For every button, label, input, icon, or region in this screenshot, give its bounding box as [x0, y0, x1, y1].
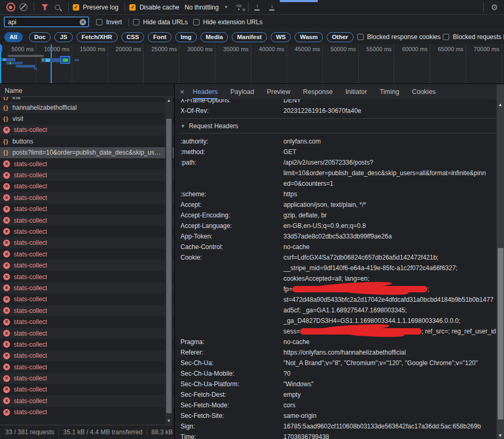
tab-cookies[interactable]: Cookies — [412, 84, 435, 99]
headers-content[interactable]: X-Frame-Options: DENY X-Of-Rev: 20231226… — [175, 99, 496, 439]
hide-data-urls-checkbox[interactable] — [133, 19, 139, 25]
request-list-scrollbar[interactable]: ▲ ▼ — [165, 97, 173, 424]
request-row[interactable]: ×stats-collect — [0, 339, 174, 350]
settings-button[interactable]: ⚙ — [488, 1, 501, 14]
clear-button[interactable] — [17, 1, 30, 14]
request-row[interactable]: ×stats-collect — [0, 373, 174, 384]
request-headers-section[interactable]: ▼ Request Headers — [180, 119, 496, 133]
tab-response[interactable]: Response — [303, 84, 332, 99]
request-row[interactable]: ×stats-collect — [0, 249, 174, 260]
disable-cache-checkbox[interactable]: ✓ — [129, 4, 136, 11]
scrollbar-thumb[interactable] — [498, 248, 503, 419]
scroll-up-icon[interactable]: ▲ — [497, 102, 504, 107]
details-scrollbar[interactable]: ▲ ▼ — [497, 84, 504, 439]
divider — [483, 3, 484, 12]
chip-manifest[interactable]: Manifest — [232, 32, 267, 42]
request-row[interactable]: ×stats-collect — [0, 305, 174, 316]
request-row[interactable]: ×stats-collect — [0, 215, 174, 226]
request-row[interactable]: ×stats-collect — [0, 407, 174, 418]
hide-data-urls-label: Hide data URLs — [143, 18, 188, 26]
request-row[interactable]: {}init — [0, 97, 174, 102]
request-row[interactable]: ×stats-collect — [0, 271, 174, 282]
chip-doc[interactable]: Doc — [29, 32, 51, 42]
export-har-button[interactable]: ↓ — [268, 4, 276, 10]
request-row[interactable]: ×stats-collect — [0, 237, 174, 249]
clear-filter-icon[interactable]: ✕ — [80, 19, 86, 25]
blocked-response-cookies-checkbox[interactable] — [357, 34, 364, 40]
request-label: stats-collect — [14, 330, 47, 337]
search-button[interactable] — [51, 1, 64, 14]
request-row[interactable]: {}visit — [0, 113, 174, 124]
viewport-grip[interactable] — [0, 45, 2, 52]
request-row[interactable]: ×stats-collect — [0, 316, 174, 327]
header-value: 1703636799438 — [283, 432, 496, 439]
scroll-down-icon[interactable]: ▼ — [165, 418, 173, 423]
request-details-panel: × Headers Payload Preview Response Initi… — [174, 84, 504, 439]
request-row[interactable]: {}buttons — [0, 136, 174, 147]
chip-img[interactable]: Img — [175, 32, 196, 42]
request-row[interactable]: {}posts?limit=10&order=publish_date_desc… — [0, 147, 174, 158]
request-row[interactable]: ×stats-collect — [0, 226, 174, 237]
request-row[interactable]: ×stats-collect — [0, 169, 174, 180]
filter-input[interactable]: api ✕ — [4, 17, 89, 27]
chip-font[interactable]: Font — [148, 32, 172, 42]
error-icon: × — [3, 409, 10, 416]
request-row[interactable]: ×stats-collect — [0, 125, 174, 136]
blocked-requests-checkbox[interactable] — [443, 34, 449, 40]
request-row[interactable]: ×stats-collect — [0, 158, 174, 169]
tab-headers[interactable]: Headers — [193, 84, 217, 99]
request-row[interactable]: ×stats-collect — [0, 204, 174, 215]
chip-ws[interactable]: WS — [271, 32, 291, 42]
chip-css[interactable]: CSS — [121, 32, 145, 42]
chip-fetch-xhr[interactable]: Fetch/XHR — [77, 32, 118, 42]
search-icon — [55, 5, 60, 10]
chip-js[interactable]: JS — [54, 32, 72, 42]
request-label: visit — [13, 115, 24, 122]
throttling-select[interactable]: No throttling — [185, 4, 219, 11]
network-overview-timeline[interactable]: 5000 ms10000 ms15000 ms20000 ms25000 ms3… — [0, 44, 504, 84]
chip-other[interactable]: Other — [327, 32, 354, 42]
scroll-up-icon[interactable]: ▲ — [165, 98, 173, 103]
tab-timing[interactable]: Timing — [379, 84, 399, 99]
waterfall-bar — [16, 65, 35, 68]
tab-preview[interactable]: Preview — [267, 84, 290, 99]
request-row[interactable]: ×stats-collect — [0, 192, 174, 203]
invert-checkbox[interactable] — [96, 19, 102, 25]
request-row[interactable]: ×stats-collect — [0, 181, 174, 192]
import-har-button[interactable]: ↑ — [253, 4, 261, 10]
record-button[interactable] — [4, 1, 17, 14]
preserve-log-checkbox[interactable]: ✓ — [73, 4, 79, 11]
timeline-label: 65000 ms — [427, 46, 463, 52]
top-accent-strip — [280, 0, 318, 2]
tab-payload[interactable]: Payload — [230, 84, 254, 99]
header-row: Sec-Ch-Ua-Mobile:?0 — [180, 368, 496, 379]
header-value: no-cache — [283, 242, 496, 252]
details-tab-bar: × Headers Payload Preview Response Initi… — [175, 84, 504, 99]
request-row[interactable]: ×stats-collect — [0, 282, 174, 293]
chip-all[interactable]: All — [4, 32, 23, 42]
scrollbar-thumb[interactable] — [166, 119, 172, 413]
header-value: gzip, deflate, br — [283, 210, 496, 221]
request-row[interactable]: ×stats-collect — [0, 384, 174, 395]
name-column-header[interactable]: Name — [0, 84, 174, 97]
request-row[interactable]: ×stats-collect — [0, 294, 174, 305]
chip-wasm[interactable]: Wasm — [294, 32, 322, 42]
request-row[interactable]: ×stats-collect — [0, 361, 174, 373]
scroll-down-icon[interactable]: ▼ — [497, 433, 504, 438]
request-row[interactable]: ×stats-collect — [0, 350, 174, 361]
chevron-down-icon[interactable]: ▼ — [224, 5, 228, 9]
close-icon[interactable]: × — [180, 88, 184, 96]
request-row[interactable]: {}hannahelizabethofficial — [0, 102, 174, 113]
request-row[interactable]: ×stats-collect — [0, 395, 174, 406]
request-row[interactable]: ×stats-collect — [0, 328, 174, 339]
request-headers-list: Pragma:no-cacheReferer:https://onlyfans.… — [180, 337, 496, 439]
header-name: Sec-Fetch-Mode: — [180, 400, 283, 411]
request-list: {}init{}hannahelizabethofficial{}visit×s… — [0, 97, 174, 425]
request-label: stats-collect — [14, 284, 47, 292]
filter-button[interactable] — [39, 1, 51, 14]
tab-initiator[interactable]: Initiator — [345, 84, 367, 99]
chip-media[interactable]: Media — [201, 32, 229, 42]
hide-extension-urls-checkbox[interactable] — [193, 19, 199, 25]
request-row[interactable]: ×stats-collect — [0, 260, 174, 271]
network-conditions-icon[interactable]: ⚙ — [234, 4, 244, 11]
